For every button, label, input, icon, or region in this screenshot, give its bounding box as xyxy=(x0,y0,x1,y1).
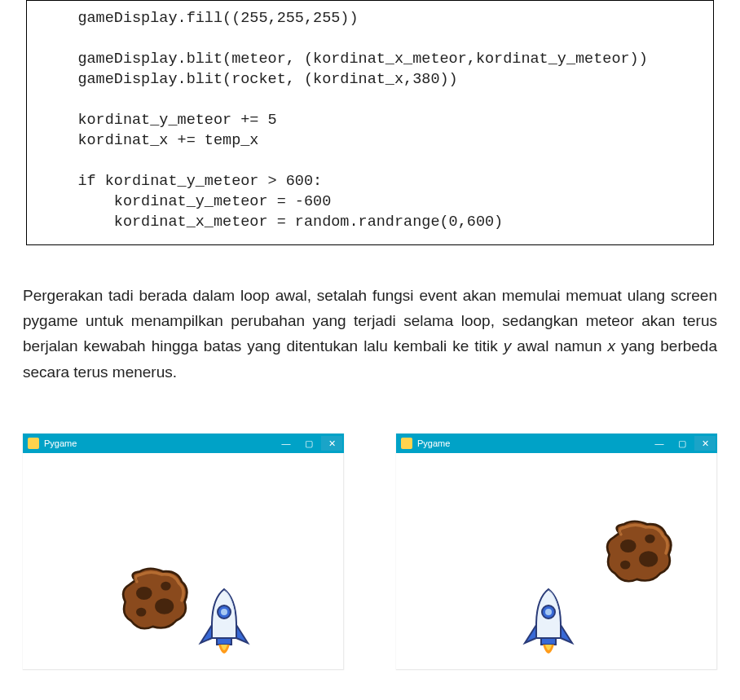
close-button[interactable]: ✕ xyxy=(321,436,342,451)
svg-point-9 xyxy=(645,535,654,544)
minimize-button[interactable]: — xyxy=(649,436,670,451)
window-controls: — ▢ ✕ xyxy=(649,436,717,451)
window-title: Pygame xyxy=(417,438,450,448)
maximize-button[interactable]: ▢ xyxy=(672,436,693,451)
svg-point-7 xyxy=(620,539,636,553)
svg-point-8 xyxy=(639,551,658,567)
svg-point-1 xyxy=(155,598,174,614)
pygame-window-right: Pygame — ▢ ✕ xyxy=(396,434,717,670)
meteor-sprite xyxy=(119,567,192,632)
code-block: gameDisplay.fill((255,255,255)) gameDisp… xyxy=(26,0,714,245)
pygame-window-left: Pygame — ▢ ✕ xyxy=(23,434,344,670)
titlebar[interactable]: Pygame — ▢ ✕ xyxy=(23,434,344,453)
game-canvas xyxy=(23,453,344,670)
rocket-sprite xyxy=(520,588,577,663)
svg-point-0 xyxy=(136,587,152,600)
svg-point-10 xyxy=(620,561,630,570)
svg-rect-13 xyxy=(541,638,556,645)
pygame-icon xyxy=(28,438,39,449)
paragraph-em-x: x xyxy=(608,337,616,354)
game-canvas xyxy=(396,453,717,670)
titlebar[interactable]: Pygame — ▢ ✕ xyxy=(396,434,717,453)
paragraph-part-2: awal namun xyxy=(511,337,607,354)
rocket-sprite xyxy=(196,588,253,663)
svg-point-5 xyxy=(221,609,227,615)
close-button[interactable]: ✕ xyxy=(694,436,716,451)
svg-rect-6 xyxy=(217,638,231,645)
meteor-sprite xyxy=(603,520,676,585)
paragraph-em-y: y xyxy=(504,337,512,354)
windows-row: Pygame — ▢ ✕ xyxy=(20,434,720,670)
svg-point-2 xyxy=(161,582,170,591)
pygame-icon xyxy=(401,438,412,449)
window-title: Pygame xyxy=(44,438,77,448)
window-controls: — ▢ ✕ xyxy=(275,436,344,451)
explanation-paragraph: Pergerakan tadi berada dalam loop awal, … xyxy=(20,283,720,385)
svg-point-3 xyxy=(136,608,146,617)
svg-point-12 xyxy=(545,609,552,615)
maximize-button[interactable]: ▢ xyxy=(298,436,319,451)
minimize-button[interactable]: — xyxy=(275,436,297,451)
